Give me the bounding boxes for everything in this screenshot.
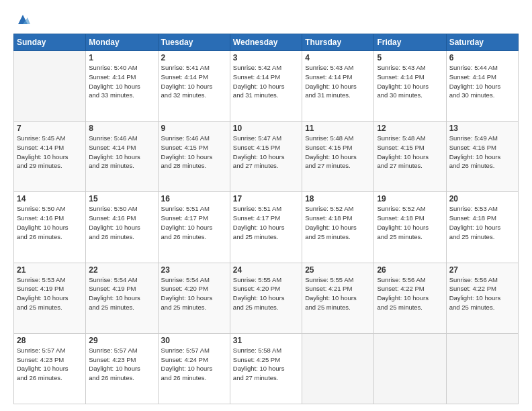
day-info: Sunrise: 5:42 AMSunset: 4:14 PMDaylight:…: [233, 63, 299, 100]
day-info: Sunrise: 5:57 AMSunset: 4:23 PMDaylight:…: [89, 346, 154, 383]
day-info: Sunrise: 5:50 AMSunset: 4:16 PMDaylight:…: [89, 204, 154, 241]
day-number: 24: [233, 265, 299, 275]
day-number: 12: [377, 124, 443, 133]
day-number: 25: [305, 265, 371, 275]
day-number: 10: [233, 124, 299, 133]
week-row-4: 21Sunrise: 5:53 AMSunset: 4:19 PMDayligh…: [14, 263, 519, 333]
day-info: Sunrise: 5:46 AMSunset: 4:15 PMDaylight:…: [161, 134, 227, 171]
day-info: Sunrise: 5:50 AMSunset: 4:16 PMDaylight:…: [17, 204, 83, 241]
day-number: 4: [305, 53, 371, 62]
day-number: 6: [449, 53, 515, 62]
day-info: Sunrise: 5:56 AMSunset: 4:22 PMDaylight:…: [449, 275, 515, 312]
calendar-cell: [14, 51, 86, 122]
day-info: Sunrise: 5:57 AMSunset: 4:23 PMDaylight:…: [17, 346, 83, 383]
day-number: 9: [161, 124, 227, 133]
day-number: 23: [161, 265, 227, 275]
day-info: Sunrise: 5:55 AMSunset: 4:20 PMDaylight:…: [233, 275, 299, 312]
calendar-cell: 10Sunrise: 5:47 AMSunset: 4:15 PMDayligh…: [230, 122, 302, 192]
day-info: Sunrise: 5:40 AMSunset: 4:14 PMDaylight:…: [89, 63, 154, 100]
day-number: 20: [449, 194, 515, 203]
day-info: Sunrise: 5:48 AMSunset: 4:15 PMDaylight:…: [305, 134, 371, 171]
weekday-header-tuesday: Tuesday: [158, 34, 230, 51]
calendar-table: SundayMondayTuesdayWednesdayThursdayFrid…: [13, 34, 519, 404]
calendar-cell: 7Sunrise: 5:45 AMSunset: 4:14 PMDaylight…: [14, 122, 86, 192]
day-number: 2: [161, 53, 227, 62]
calendar-cell: 5Sunrise: 5:43 AMSunset: 4:14 PMDaylight…: [374, 51, 446, 122]
day-number: 21: [17, 265, 83, 275]
day-info: Sunrise: 5:54 AMSunset: 4:19 PMDaylight:…: [89, 275, 154, 312]
day-number: 7: [17, 124, 83, 133]
day-number: 22: [89, 265, 154, 275]
calendar-cell: 24Sunrise: 5:55 AMSunset: 4:20 PMDayligh…: [230, 263, 302, 333]
day-number: 16: [161, 194, 227, 203]
day-info: Sunrise: 5:48 AMSunset: 4:15 PMDaylight:…: [377, 134, 443, 171]
day-number: 8: [89, 124, 154, 133]
day-info: Sunrise: 5:47 AMSunset: 4:15 PMDaylight:…: [233, 134, 299, 171]
weekday-header-saturday: Saturday: [446, 34, 518, 51]
day-info: Sunrise: 5:55 AMSunset: 4:21 PMDaylight:…: [305, 275, 371, 312]
day-info: Sunrise: 5:51 AMSunset: 4:17 PMDaylight:…: [233, 204, 299, 241]
day-info: Sunrise: 5:41 AMSunset: 4:14 PMDaylight:…: [161, 63, 227, 100]
calendar-cell: 23Sunrise: 5:54 AMSunset: 4:20 PMDayligh…: [158, 263, 230, 333]
calendar-cell: 1Sunrise: 5:40 AMSunset: 4:14 PMDaylight…: [86, 51, 158, 122]
weekday-header-sunday: Sunday: [14, 34, 86, 51]
day-number: 11: [305, 124, 371, 133]
calendar-cell: 18Sunrise: 5:52 AMSunset: 4:18 PMDayligh…: [302, 192, 374, 263]
day-number: 19: [377, 194, 443, 203]
weekday-header-row: SundayMondayTuesdayWednesdayThursdayFrid…: [14, 34, 519, 51]
weekday-header-thursday: Thursday: [302, 34, 374, 51]
day-info: Sunrise: 5:49 AMSunset: 4:16 PMDaylight:…: [449, 134, 515, 171]
calendar-cell: [374, 333, 446, 404]
calendar-cell: 27Sunrise: 5:56 AMSunset: 4:22 PMDayligh…: [446, 263, 518, 333]
day-number: 15: [89, 194, 154, 203]
logo: [13, 11, 30, 27]
calendar-cell: 17Sunrise: 5:51 AMSunset: 4:17 PMDayligh…: [230, 192, 302, 263]
day-info: Sunrise: 5:54 AMSunset: 4:20 PMDaylight:…: [161, 275, 227, 312]
calendar-cell: 11Sunrise: 5:48 AMSunset: 4:15 PMDayligh…: [302, 122, 374, 192]
calendar-cell: 4Sunrise: 5:43 AMSunset: 4:14 PMDaylight…: [302, 51, 374, 122]
week-row-1: 1Sunrise: 5:40 AMSunset: 4:14 PMDaylight…: [14, 51, 519, 122]
page: SundayMondayTuesdayWednesdayThursdayFrid…: [0, 0, 532, 411]
header: [13, 11, 519, 27]
day-info: Sunrise: 5:56 AMSunset: 4:22 PMDaylight:…: [377, 275, 443, 312]
day-number: 26: [377, 265, 443, 275]
calendar-cell: 6Sunrise: 5:44 AMSunset: 4:14 PMDaylight…: [446, 51, 518, 122]
weekday-header-monday: Monday: [86, 34, 158, 51]
day-info: Sunrise: 5:44 AMSunset: 4:14 PMDaylight:…: [449, 63, 515, 100]
day-info: Sunrise: 5:43 AMSunset: 4:14 PMDaylight:…: [305, 63, 371, 100]
day-number: 28: [17, 336, 83, 345]
calendar-cell: [446, 333, 518, 404]
calendar-cell: 3Sunrise: 5:42 AMSunset: 4:14 PMDaylight…: [230, 51, 302, 122]
day-info: Sunrise: 5:45 AMSunset: 4:14 PMDaylight:…: [17, 134, 83, 171]
weekday-header-wednesday: Wednesday: [230, 34, 302, 51]
day-number: 31: [233, 336, 299, 345]
week-row-5: 28Sunrise: 5:57 AMSunset: 4:23 PMDayligh…: [14, 333, 519, 404]
calendar-cell: 16Sunrise: 5:51 AMSunset: 4:17 PMDayligh…: [158, 192, 230, 263]
day-number: 13: [449, 124, 515, 133]
calendar-cell: 28Sunrise: 5:57 AMSunset: 4:23 PMDayligh…: [14, 333, 86, 404]
weekday-header-friday: Friday: [374, 34, 446, 51]
day-number: 14: [17, 194, 83, 203]
calendar-cell: 22Sunrise: 5:54 AMSunset: 4:19 PMDayligh…: [86, 263, 158, 333]
day-info: Sunrise: 5:46 AMSunset: 4:14 PMDaylight:…: [89, 134, 154, 171]
day-number: 17: [233, 194, 299, 203]
day-number: 5: [377, 53, 443, 62]
calendar-cell: 14Sunrise: 5:50 AMSunset: 4:16 PMDayligh…: [14, 192, 86, 263]
week-row-3: 14Sunrise: 5:50 AMSunset: 4:16 PMDayligh…: [14, 192, 519, 263]
day-info: Sunrise: 5:52 AMSunset: 4:18 PMDaylight:…: [377, 204, 443, 241]
day-number: 29: [89, 336, 154, 345]
calendar-cell: 31Sunrise: 5:58 AMSunset: 4:25 PMDayligh…: [230, 333, 302, 404]
day-info: Sunrise: 5:43 AMSunset: 4:14 PMDaylight:…: [377, 63, 443, 100]
calendar-cell: 15Sunrise: 5:50 AMSunset: 4:16 PMDayligh…: [86, 192, 158, 263]
calendar-cell: 21Sunrise: 5:53 AMSunset: 4:19 PMDayligh…: [14, 263, 86, 333]
calendar-cell: 13Sunrise: 5:49 AMSunset: 4:16 PMDayligh…: [446, 122, 518, 192]
calendar-cell: [302, 333, 374, 404]
calendar-cell: 8Sunrise: 5:46 AMSunset: 4:14 PMDaylight…: [86, 122, 158, 192]
day-number: 18: [305, 194, 371, 203]
logo-icon: [15, 12, 30, 27]
calendar-cell: 30Sunrise: 5:57 AMSunset: 4:24 PMDayligh…: [158, 333, 230, 404]
day-info: Sunrise: 5:51 AMSunset: 4:17 PMDaylight:…: [161, 204, 227, 241]
calendar-cell: 26Sunrise: 5:56 AMSunset: 4:22 PMDayligh…: [374, 263, 446, 333]
calendar-cell: 12Sunrise: 5:48 AMSunset: 4:15 PMDayligh…: [374, 122, 446, 192]
day-info: Sunrise: 5:53 AMSunset: 4:19 PMDaylight:…: [17, 275, 83, 312]
